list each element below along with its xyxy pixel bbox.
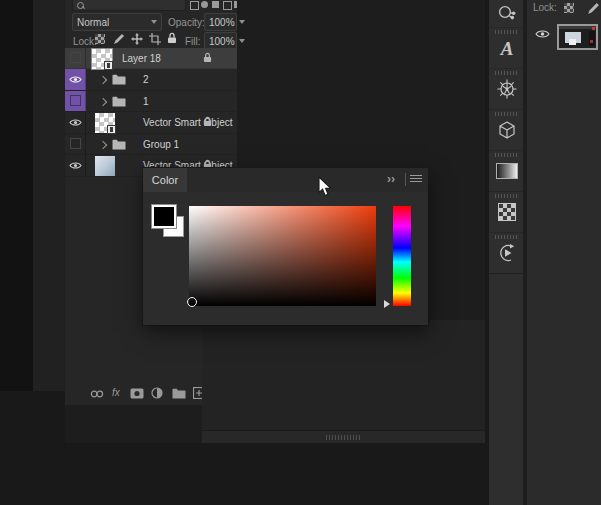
color-panel-header: Color ›› — [143, 168, 428, 192]
dock-button-nodes[interactable] — [489, 0, 525, 27]
left-dark-strip — [0, 0, 33, 391]
pattern-icon — [498, 203, 516, 221]
layer-name[interactable]: Group 1 — [143, 139, 179, 150]
expand-arrow-icon[interactable] — [99, 97, 107, 105]
grip-handle-icon — [495, 194, 519, 198]
lock-label: Lock: — [73, 36, 97, 47]
adjustment-layer-icon[interactable] — [151, 387, 163, 399]
right-layers-panel: Lock: — [527, 0, 601, 505]
chevron-down-icon — [151, 20, 157, 24]
dock-button-wheel[interactable] — [489, 68, 525, 109]
new-group-icon[interactable] — [172, 388, 186, 399]
blend-mode-value: Normal — [77, 17, 109, 28]
add-mask-icon[interactable] — [130, 388, 144, 399]
opacity-label: Opacity: — [168, 17, 205, 28]
nodes-icon — [497, 4, 517, 24]
header-divider — [405, 173, 406, 186]
eye-icon[interactable] — [535, 29, 550, 39]
lock-icon — [203, 116, 212, 127]
background-window — [202, 320, 485, 443]
lock-transparency-icon[interactable] — [95, 34, 105, 44]
lock-position-move-icon[interactable] — [131, 33, 143, 45]
lock-label: Lock: — [533, 2, 557, 13]
grip-handle-icon — [495, 153, 519, 157]
dock-button-history[interactable] — [489, 232, 525, 273]
layer-name[interactable]: 2 — [143, 74, 149, 85]
hue-slider-pointer-icon[interactable] — [384, 300, 390, 308]
filter-pixel-icon[interactable] — [190, 1, 199, 10]
visibility-toggle[interactable] — [65, 134, 86, 155]
lock-all-icon[interactable] — [167, 32, 177, 44]
layer-row-group-1[interactable]: 1 — [65, 91, 237, 113]
layer-search-input[interactable] — [72, 0, 186, 11]
link-layers-icon[interactable] — [90, 390, 104, 398]
dock-button-3d[interactable] — [489, 109, 525, 150]
grip-handle-icon — [495, 112, 519, 116]
layer-name[interactable]: Vector Smart Object — [143, 117, 232, 128]
grip-handle-icon — [326, 435, 362, 440]
saturation-brightness-field[interactable] — [189, 206, 376, 306]
visibility-toggle[interactable] — [65, 155, 86, 176]
visibility-empty-box — [70, 138, 81, 149]
grip-handle-icon — [495, 235, 519, 239]
thumb-white-block — [569, 39, 576, 45]
layer-thumbnail[interactable] — [557, 24, 598, 50]
wheel-icon — [496, 78, 518, 100]
visibility-toggle[interactable] — [65, 48, 86, 69]
visibility-toggle[interactable] — [65, 112, 86, 133]
fill-label: Fill: — [185, 36, 201, 47]
layer-name[interactable]: Layer 18 — [122, 53, 161, 64]
lock-paint-brush-icon[interactable] — [113, 33, 125, 45]
lock-icon — [203, 52, 212, 63]
tab-color[interactable]: Color — [143, 168, 187, 192]
thumb-red-dot — [590, 40, 593, 43]
foreground-color-swatch[interactable] — [152, 205, 176, 228]
folder-icon — [112, 139, 126, 150]
cube-3d-icon — [497, 120, 517, 140]
fill-value: 100% — [209, 36, 235, 47]
mouse-cursor — [318, 176, 333, 198]
thumb-titlebar — [559, 26, 596, 29]
chevron-down-icon — [239, 39, 245, 43]
eye-icon — [69, 161, 82, 170]
color-field-cursor[interactable] — [187, 297, 197, 307]
glyphs-icon: A — [501, 39, 514, 58]
dock-button-gradients[interactable] — [489, 150, 525, 191]
visibility-empty-box — [70, 95, 81, 106]
folder-icon — [112, 96, 126, 107]
eye-icon — [69, 118, 82, 127]
hue-slider[interactable] — [393, 206, 411, 306]
filter-smart-icon[interactable] — [234, 1, 237, 8]
lock-transparency-icon[interactable] — [564, 3, 574, 13]
lock-artboard-icon[interactable] — [149, 33, 161, 45]
layer-thumbnail[interactable] — [95, 156, 115, 176]
dock-button-patterns[interactable] — [489, 191, 525, 232]
visibility-toggle[interactable] — [65, 91, 86, 112]
window-resize-bar[interactable] — [202, 430, 485, 443]
blend-mode-dropdown[interactable]: Normal — [72, 13, 162, 31]
layer-row-group-2[interactable]: 2 — [65, 69, 237, 91]
opacity-dropdown[interactable]: 100% — [204, 13, 237, 31]
dock-button-glyphs[interactable]: A — [489, 27, 525, 68]
visibility-toggle[interactable] — [65, 69, 86, 90]
layer-name[interactable]: 1 — [143, 96, 149, 107]
history-icon — [497, 243, 517, 263]
filter-shape-icon[interactable] — [223, 1, 232, 10]
filter-type-icon[interactable] — [212, 1, 219, 8]
thumb-red-dot — [592, 27, 595, 30]
layer-row-group-1-named[interactable]: Group 1 — [65, 134, 237, 156]
layer-row-layer-18[interactable]: Layer 18 — [65, 48, 237, 70]
layer-filter-row — [65, 0, 237, 11]
visibility-empty-box — [70, 52, 81, 63]
layer-thumbnail[interactable] — [92, 49, 112, 69]
lock-paint-brush-icon[interactable] — [587, 2, 600, 15]
layer-effects-button[interactable]: fx — [112, 387, 120, 398]
collapse-panel-icon[interactable]: ›› — [387, 172, 395, 186]
layer-thumbnail[interactable] — [95, 113, 115, 133]
layer-row-vector-smart-object[interactable]: Vector Smart Object — [65, 112, 237, 134]
filter-adjustment-icon[interactable] — [201, 1, 208, 8]
panel-menu-icon[interactable] — [410, 175, 422, 184]
expand-arrow-icon[interactable] — [99, 140, 107, 148]
expand-arrow-icon[interactable] — [99, 76, 107, 84]
gradient-icon — [496, 163, 518, 179]
